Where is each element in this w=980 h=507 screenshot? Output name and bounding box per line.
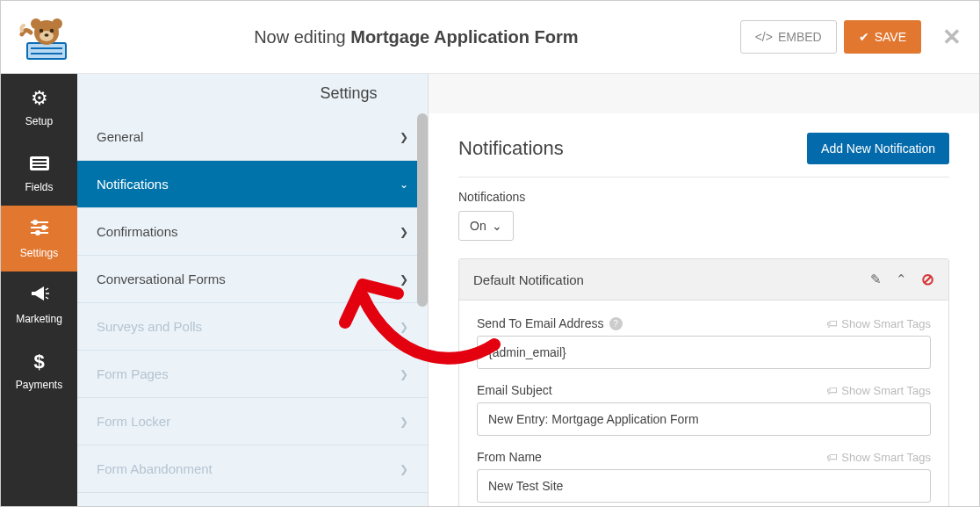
gear-icon: ⚙ (31, 87, 48, 110)
edit-icon[interactable]: ✎ (870, 272, 882, 287)
scrollbar[interactable] (417, 113, 428, 307)
svg-rect-0 (27, 43, 66, 59)
add-notification-button[interactable]: Add New Notification (807, 133, 949, 164)
notifications-toggle[interactable]: On ⌄ (458, 211, 514, 241)
nav-setup[interactable]: ⚙ Setup (1, 74, 77, 140)
sidebar-item-locker[interactable]: Form Locker ❯ (77, 398, 428, 445)
dollar-icon: $ (33, 351, 44, 373)
sidebar-item-pages[interactable]: Form Pages ❯ (77, 351, 428, 398)
notification-card: Default Notification ✎ ⌃ ⊘ Send To Email… (458, 258, 949, 506)
tag-icon: 🏷 (826, 451, 838, 464)
svg-point-5 (52, 18, 62, 29)
svg-point-15 (32, 220, 38, 225)
check-icon: ✔ (859, 30, 869, 44)
nav-label: Payments (16, 379, 62, 391)
chevron-right-icon: ❯ (400, 273, 408, 286)
sidebar-item-abandonment[interactable]: Form Abandonment ❯ (77, 445, 428, 493)
sidebar-item-label: Form Pages (97, 366, 169, 381)
toggle-value: On (470, 219, 486, 233)
nav-marketing[interactable]: Marketing (1, 272, 77, 337)
settings-header: Settings (77, 74, 620, 113)
svg-rect-13 (32, 166, 47, 168)
sidebar-item-label: General (97, 129, 143, 144)
svg-point-7 (40, 29, 43, 33)
tag-icon: 🏷 (826, 384, 838, 397)
app-logo (18, 11, 75, 62)
top-bar: Now editing Mortgage Application Form </… (1, 1, 979, 74)
save-button[interactable]: ✔ SAVE (844, 20, 921, 54)
sidebar-item-label: Conversational Forms (97, 272, 226, 286)
smart-tags-link[interactable]: 🏷 Show Smart Tags (826, 317, 931, 330)
chevron-down-icon: ⌄ (492, 219, 502, 233)
nav-label: Settings (20, 247, 58, 259)
svg-point-17 (41, 225, 47, 230)
card-title: Default Notification (473, 272, 584, 287)
subject-label: Email Subject (477, 383, 552, 397)
title-prefix: Now editing (254, 27, 346, 47)
save-label: SAVE (875, 30, 906, 44)
form-name: Mortgage Application Form (350, 27, 578, 47)
embed-button[interactable]: </> EMBED (740, 20, 837, 54)
chevron-right-icon: ❯ (400, 463, 408, 475)
svg-point-4 (31, 18, 41, 29)
help-icon[interactable]: ? (609, 317, 623, 330)
sidebar-item-surveys[interactable]: Surveys and Polls ❯ (77, 303, 428, 351)
svg-rect-12 (32, 163, 47, 164)
from-name-label: From Name (477, 450, 542, 464)
send-to-label: Send To Email Address (477, 316, 604, 330)
sidebar-item-label: Form Abandonment (97, 461, 213, 476)
chevron-right-icon: ❯ (400, 131, 408, 143)
subject-input[interactable] (477, 402, 931, 436)
list-icon (30, 153, 49, 176)
embed-label: EMBED (778, 30, 822, 44)
sidebar-item-notifications[interactable]: Notifications ⌄ (77, 161, 428, 208)
sidebar-item-label: Confirmations (97, 224, 178, 239)
smart-tags-link[interactable]: 🏷 Show Smart Tags (826, 384, 931, 397)
tag-icon: 🏷 (826, 317, 838, 330)
left-nav: ⚙ Setup Fields Settings Marketing (1, 74, 77, 506)
nav-settings[interactable]: Settings (1, 206, 77, 272)
collapse-icon[interactable]: ⌃ (896, 272, 907, 287)
sidebar-item-general[interactable]: General ❯ (77, 113, 428, 161)
from-name-input[interactable] (477, 469, 931, 503)
panel-title: Notifications (458, 137, 564, 160)
sidebar-item-confirmations[interactable]: Confirmations ❯ (77, 208, 428, 256)
sidebar-item-label: Surveys and Polls (97, 319, 202, 334)
smart-tags-label: Show Smart Tags (841, 384, 931, 397)
toggle-label: Notifications (458, 190, 949, 204)
svg-point-9 (45, 33, 49, 37)
nav-fields[interactable]: Fields (1, 140, 77, 206)
settings-sidebar: Settings General ❯ Notifications ⌄ Confi… (77, 74, 429, 506)
sidebar-item-label: Notifications (97, 177, 169, 192)
svg-point-8 (50, 29, 54, 33)
close-icon[interactable]: ✕ (942, 24, 962, 51)
svg-rect-11 (32, 159, 47, 161)
chevron-down-icon: ⌄ (400, 178, 408, 191)
sliders-icon (29, 219, 50, 242)
main-panel: Notifications Add New Notification Notif… (429, 74, 979, 506)
nav-label: Setup (25, 115, 53, 127)
smart-tags-label: Show Smart Tags (841, 317, 931, 330)
chevron-right-icon: ❯ (400, 416, 408, 428)
send-to-input[interactable] (477, 336, 931, 369)
nav-label: Marketing (16, 313, 62, 325)
chevron-right-icon: ❯ (400, 321, 408, 333)
delete-icon[interactable]: ⊘ (921, 270, 934, 289)
bullhorn-icon (30, 285, 49, 308)
nav-label: Fields (25, 181, 53, 193)
svg-point-19 (35, 230, 40, 235)
chevron-right-icon: ❯ (400, 226, 408, 238)
smart-tags-label: Show Smart Tags (841, 451, 931, 464)
nav-payments[interactable]: $ Payments (1, 337, 77, 403)
chevron-right-icon: ❯ (400, 368, 408, 380)
sidebar-item-conversational[interactable]: Conversational Forms ❯ (77, 256, 428, 303)
smart-tags-link[interactable]: 🏷 Show Smart Tags (826, 451, 931, 464)
sidebar-item-label: Form Locker (97, 414, 170, 429)
code-icon: </> (755, 30, 773, 44)
page-title: Now editing Mortgage Application Form (92, 27, 740, 47)
